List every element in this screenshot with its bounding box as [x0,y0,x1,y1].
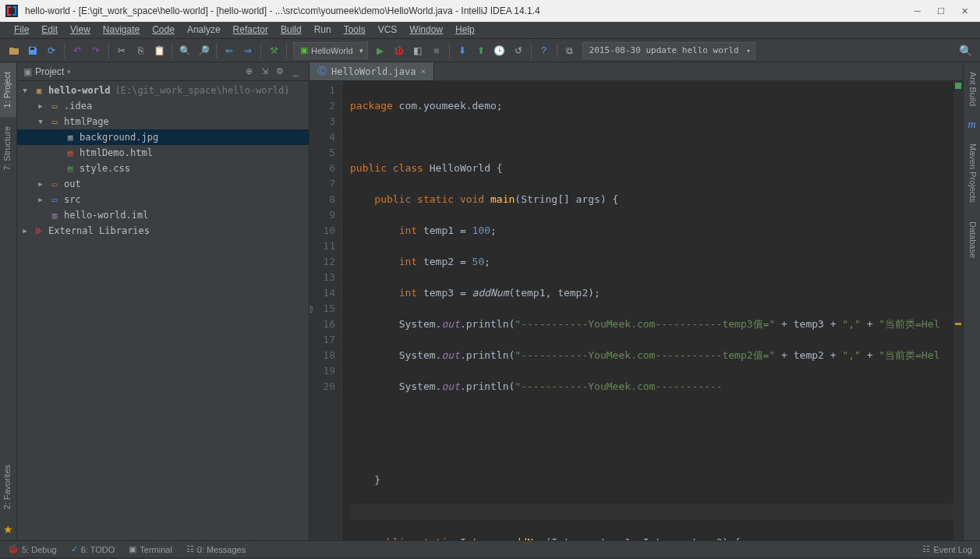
editor-tab-helloworld[interactable]: Ⓒ HelloWorld.java × [310,62,434,80]
menu-run[interactable]: Run [308,22,338,38]
menu-code[interactable]: Code [146,22,181,38]
menu-navigate[interactable]: Navigate [97,22,146,38]
open-icon[interactable] [5,42,23,59]
paste-icon[interactable]: 📋 [150,42,168,59]
tab-database[interactable]: Database [964,212,980,267]
back-icon[interactable]: ⇐ [221,42,238,59]
source-folder-icon: ▭ [48,193,61,206]
tree-file-stylecss[interactable]: ▤ style.css [17,161,309,176]
code-text[interactable]: package com.youmeek.demo; public class H… [342,81,953,540]
coverage-icon[interactable]: ◧ [409,42,426,59]
module-icon: ▣ [33,84,45,97]
separator [108,43,109,58]
redo-icon[interactable]: ↷ [87,42,104,59]
tree-file-background-jpg[interactable]: ▦ background.jpg [17,129,309,145]
tool-event-log[interactable]: ☷Event Log [922,544,972,554]
help-icon[interactable]: ? [536,42,553,59]
collapse-all-icon[interactable]: ⇲ [257,65,271,79]
vcs-commit-icon[interactable]: ⬆ [472,42,490,59]
cut-icon[interactable]: ✂ [113,42,130,59]
maximize-button[interactable]: ☐ [930,3,952,19]
separator [172,43,172,58]
favorites-star-icon: ★ [0,518,16,540]
window-titlebar: hello-world - [E:\git_work_space\hello-w… [0,0,980,22]
tree-folder-idea[interactable]: ▶▭ .idea [17,98,309,114]
run-config-dropdown[interactable]: ▣HelloWorld [293,42,368,59]
tree-folder-src[interactable]: ▶▭ src [17,192,309,207]
menu-window[interactable]: Window [403,22,449,38]
hide-icon[interactable]: ⎯ [288,65,302,79]
menu-edit[interactable]: Edit [35,22,64,38]
tree-folder-htmlpage[interactable]: ▼▭ htmlPage [17,114,309,129]
tab-structure[interactable]: 7: Structure [0,117,16,180]
tab-favorites[interactable]: 2: Favorites [0,455,16,518]
undo-icon[interactable]: ↶ [69,42,86,59]
editor-area: Ⓒ HelloWorld.java × 1 2 3 4 5 6 7 8 9 10… [310,62,963,540]
vcs-update-icon[interactable]: ⬇ [454,42,471,59]
tool-messages[interactable]: ☷0: Messages [186,544,246,554]
main-menu-bar: File Edit View Navigate Code Analyze Ref… [0,22,980,39]
menu-view[interactable]: View [64,22,97,38]
line-number-gutter[interactable]: 1 2 3 4 5 6 7 8 9 10 11 12 13 14 @15 16 … [310,81,342,540]
editor-tab-bar: Ⓒ HelloWorld.java × [310,62,963,81]
window-title: hello-world - [E:\git_work_space\hello-w… [25,5,907,16]
project-panel-title[interactable]: Project [35,66,64,77]
tool-debug[interactable]: 🐞5: Debug [8,544,57,554]
code-editor[interactable]: 1 2 3 4 5 6 7 8 9 10 11 12 13 14 @15 16 … [310,81,963,540]
project-tree[interactable]: ▼▣ hello-world (E:\git_work_space\hello-… [17,81,309,540]
search-everywhere-icon[interactable]: 🔍 [959,44,972,57]
settings-icon[interactable]: ⚙ [273,65,287,79]
menu-help[interactable]: Help [449,22,481,38]
folder-icon: ▭ [48,100,61,112]
sync-icon[interactable]: ⟳ [43,42,60,59]
left-tool-tabs: 1: Project 7: Structure 2: Favorites ★ [0,62,17,540]
structure-icon[interactable]: ⧉ [561,42,578,59]
tree-root[interactable]: ▼▣ hello-world (E:\git_work_space\hello-… [17,83,309,98]
save-icon[interactable] [24,42,41,59]
tab-ant-build[interactable]: Ant Build [964,62,980,115]
close-tab-icon[interactable]: × [420,66,426,76]
svg-rect-1 [30,48,34,50]
menu-file[interactable]: File [8,22,35,38]
tab-maven-projects[interactable]: Maven Projects [964,134,980,212]
replace-icon[interactable]: 🔎 [195,42,212,59]
vcs-commit-dropdown[interactable]: 2015-08-30 update hello world [582,42,755,59]
main-toolbar: ⟳ ↶ ↷ ✂ ⎘ 📋 🔍 🔎 ⇐ ⇒ ⚒ ▣HelloWorld ▶ 🐞 ◧ … [0,39,980,62]
tool-todo[interactable]: ✓6: TODO [71,544,115,554]
forward-icon[interactable]: ⇒ [239,42,256,59]
separator [531,43,532,58]
java-class-icon: Ⓒ [317,65,327,78]
scroll-from-source-icon[interactable]: ⊕ [242,65,256,79]
vcs-history-icon[interactable]: 🕓 [491,42,508,59]
tree-file-iml[interactable]: ▥ hello-world.iml [17,207,309,223]
tab-project[interactable]: 1: Project [0,62,16,117]
menu-refactor[interactable]: Refactor [227,22,274,38]
minimize-button[interactable]: ─ [907,3,929,19]
menu-build[interactable]: Build [274,22,308,38]
stop-icon[interactable]: ■ [428,42,445,59]
find-icon[interactable]: 🔍 [176,42,193,59]
project-tool-window: ▣ Project ▾ ⊕ ⇲ ⚙ ⎯ ▼▣ hello-world (E:\g… [17,62,310,540]
libraries-icon: ⊪ [33,225,45,237]
maven-icon: m [964,115,980,134]
separator [286,43,287,58]
debug-icon[interactable]: 🐞 [391,42,408,59]
menu-vcs[interactable]: VCS [372,22,404,38]
tree-file-htmldemo[interactable]: ▤ htmlDemo.html [17,145,309,161]
vcs-revert-icon[interactable]: ↺ [510,42,527,59]
separator [557,43,557,58]
error-stripe[interactable] [953,81,963,540]
build-icon[interactable]: ⚒ [265,42,282,59]
menu-tools[interactable]: Tools [338,22,372,38]
copy-icon[interactable]: ⎘ [132,42,149,59]
tree-folder-out[interactable]: ▶▭ out [17,176,309,192]
run-icon[interactable]: ▶ [372,42,389,59]
separator [216,43,217,58]
app-logo-icon [5,4,19,18]
warning-marker-icon[interactable] [955,323,961,325]
tool-terminal[interactable]: ▣Terminal [129,544,172,554]
menu-analyze[interactable]: Analyze [181,22,227,38]
bottom-tool-bar: 🐞5: Debug ✓6: TODO ▣Terminal ☷0: Message… [0,540,980,557]
tree-external-libs[interactable]: ▶⊪ External Libraries [17,223,309,239]
close-button[interactable]: ✕ [953,3,975,19]
